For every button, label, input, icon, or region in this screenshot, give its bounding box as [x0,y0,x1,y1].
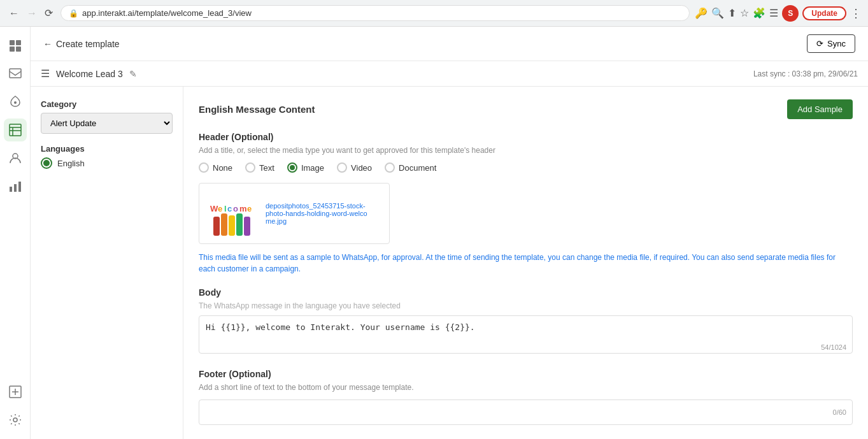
svg-text:o: o [233,204,238,213]
language-english-radio[interactable] [41,157,52,169]
welcome-image: W e l c o m e [207,191,258,236]
header-option-text[interactable]: Text [245,162,274,173]
contacts-icon [8,151,22,165]
sidebar-item-inbox[interactable] [4,62,27,85]
inbox-icon [8,67,22,81]
list-icon[interactable]: ☰ [769,7,778,19]
svg-point-5 [14,101,17,104]
footer-section: Footer (Optional) Add a short line of te… [199,369,853,425]
svg-rect-19 [221,213,227,236]
edit-icon[interactable]: ✎ [129,69,137,79]
svg-rect-6 [10,124,21,136]
radio-image[interactable] [287,162,297,173]
dashboard-icon [8,39,22,53]
browser-chrome: ← → ⟳ 🔒 app.interakt.ai/template/welcome… [0,0,868,27]
title-bar: ☰ Welcome Lead 3 ✎ Last sync : 03:38 pm,… [31,61,868,87]
radio-none-label: None [213,163,232,173]
radio-text-label: Text [259,163,274,173]
reload-button[interactable]: ⟳ [42,6,55,20]
back-button[interactable]: ← [6,6,22,20]
svg-rect-21 [236,213,243,236]
search-icon[interactable]: 🔍 [711,7,724,19]
sidebar-item-contacts[interactable] [4,147,27,169]
body-textarea-wrapper: Hi {{1}}, welcome to Interakt. Your user… [199,315,853,356]
radio-image-inner [290,165,295,170]
media-note: This media file will be sent as a sample… [199,252,853,275]
right-panel: English Message Content Add Sample Heade… [183,87,868,439]
footer-char-count: 0/60 [833,408,846,416]
svg-rect-2 [10,47,15,52]
footer-subtitle: Add a short line of text to the bottom o… [199,383,853,392]
radio-dot-inner [43,160,50,166]
category-section: Category Alert Update Account Update Pay… [41,99,173,134]
languages-section: Languages English [41,144,173,169]
body-char-count: 54/1024 [821,343,846,351]
templates-icon [8,123,22,137]
radio-document[interactable] [385,162,395,173]
forward-button[interactable]: → [24,6,39,20]
address-bar[interactable]: 🔒 app.interakt.ai/template/welcome_lead_… [60,5,690,21]
radio-video-label: Video [351,163,372,173]
browser-menu-icon[interactable]: ⋮ [850,6,862,20]
campaigns-icon [8,95,22,109]
radio-none[interactable] [199,162,209,173]
sidebar-item-templates[interactable] [4,119,27,141]
sidebar-item-settings[interactable] [4,408,27,431]
radio-video[interactable] [337,162,347,173]
footer-input[interactable] [199,399,853,425]
image-filename: depositphotos_52453715-stock-photo-hands… [266,202,367,225]
svg-text:e: e [247,204,252,213]
key-icon[interactable]: 🔑 [695,7,708,19]
category-select[interactable]: Alert Update Account Update Payment Upda… [41,113,173,134]
last-sync-text: Last sync : 03:38 pm, 29/06/21 [753,69,858,78]
svg-rect-18 [213,217,220,236]
profile-button[interactable]: S [782,5,799,22]
back-link[interactable]: ← Create template [43,39,120,49]
svg-point-17 [13,418,17,422]
sync-button[interactable]: ⟳ Sync [807,34,855,53]
star-icon[interactable]: ☆ [740,7,749,19]
sidebar-item-upload[interactable] [4,380,27,403]
share-icon[interactable]: ⬆ [728,7,736,19]
svg-rect-20 [229,215,235,236]
header-title: Header (Optional) [199,132,853,142]
app-container: ← Create template ⟳ Sync ☰ Welcome Lead … [0,27,868,439]
template-title: Welcome Lead 3 [56,69,123,79]
category-label: Category [41,99,173,109]
hamburger-icon: ☰ [41,68,50,80]
header-option-none[interactable]: None [199,162,232,173]
left-panel: Category Alert Update Account Update Pay… [31,87,183,439]
sync-icon: ⟳ [816,39,823,48]
header-option-document[interactable]: Document [385,162,436,173]
svg-text:m: m [239,204,247,213]
back-arrow-icon: ← [43,39,52,49]
sidebar [0,27,31,439]
header-radio-group: None Text Image [199,162,853,173]
header-subtitle: Add a title, or, select the media type y… [199,146,853,155]
main-content: ← Create template ⟳ Sync ☰ Welcome Lead … [31,27,868,439]
lock-icon: 🔒 [69,9,78,18]
sidebar-item-analytics[interactable] [4,175,27,198]
svg-rect-13 [18,182,21,192]
content-title: English Message Content [199,104,315,115]
header-option-video[interactable]: Video [337,162,372,173]
add-sample-button[interactable]: Add Sample [787,99,853,119]
browser-actions: 🔑 🔍 ⬆ ☆ 🧩 ☰ S Update ⋮ [695,5,862,22]
update-button[interactable]: Update [802,6,846,20]
body-textarea[interactable]: Hi {{1}}, welcome to Interakt. Your user… [199,315,853,354]
svg-rect-11 [10,187,12,192]
footer-title: Footer (Optional) [199,369,853,379]
header-option-image[interactable]: Image [287,162,324,173]
panel-header: English Message Content Add Sample [199,99,853,119]
radio-text[interactable] [245,162,255,173]
footer-input-wrapper: 0/60 [199,399,853,425]
radio-image-label: Image [301,163,324,173]
svg-text:l: l [224,204,227,213]
language-english-option[interactable]: English [41,157,173,169]
sidebar-item-dashboard[interactable] [4,34,27,57]
svg-rect-4 [10,69,21,78]
sidebar-item-campaigns[interactable] [4,90,27,113]
body-title: Body [199,287,853,298]
svg-rect-0 [10,40,15,45]
extension-icon[interactable]: 🧩 [753,7,765,19]
